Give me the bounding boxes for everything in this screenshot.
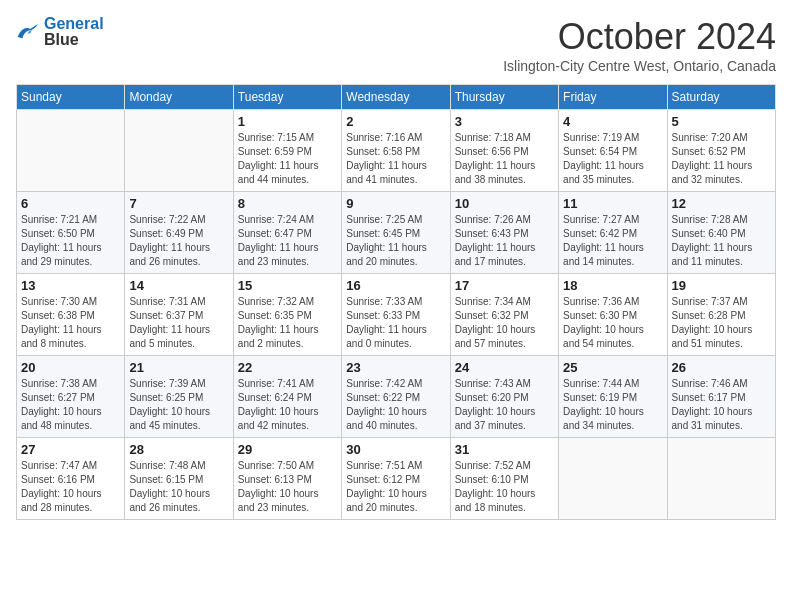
day-number: 27 xyxy=(21,442,120,457)
calendar-cell: 28Sunrise: 7:48 AM Sunset: 6:15 PM Dayli… xyxy=(125,438,233,520)
calendar-cell: 24Sunrise: 7:43 AM Sunset: 6:20 PM Dayli… xyxy=(450,356,558,438)
day-detail: Sunrise: 7:16 AM Sunset: 6:58 PM Dayligh… xyxy=(346,131,445,187)
day-detail: Sunrise: 7:21 AM Sunset: 6:50 PM Dayligh… xyxy=(21,213,120,269)
day-detail: Sunrise: 7:26 AM Sunset: 6:43 PM Dayligh… xyxy=(455,213,554,269)
day-number: 5 xyxy=(672,114,771,129)
day-number: 29 xyxy=(238,442,337,457)
day-number: 21 xyxy=(129,360,228,375)
calendar-cell: 23Sunrise: 7:42 AM Sunset: 6:22 PM Dayli… xyxy=(342,356,450,438)
weekday-header: Wednesday xyxy=(342,85,450,110)
calendar-cell: 12Sunrise: 7:28 AM Sunset: 6:40 PM Dayli… xyxy=(667,192,775,274)
day-detail: Sunrise: 7:27 AM Sunset: 6:42 PM Dayligh… xyxy=(563,213,662,269)
calendar-cell: 1Sunrise: 7:15 AM Sunset: 6:59 PM Daylig… xyxy=(233,110,341,192)
calendar-cell: 31Sunrise: 7:52 AM Sunset: 6:10 PM Dayli… xyxy=(450,438,558,520)
day-number: 18 xyxy=(563,278,662,293)
calendar-cell: 5Sunrise: 7:20 AM Sunset: 6:52 PM Daylig… xyxy=(667,110,775,192)
calendar-cell: 7Sunrise: 7:22 AM Sunset: 6:49 PM Daylig… xyxy=(125,192,233,274)
day-detail: Sunrise: 7:36 AM Sunset: 6:30 PM Dayligh… xyxy=(563,295,662,351)
day-number: 11 xyxy=(563,196,662,211)
weekday-header: Thursday xyxy=(450,85,558,110)
day-number: 30 xyxy=(346,442,445,457)
day-number: 8 xyxy=(238,196,337,211)
logo: General Blue xyxy=(16,16,104,48)
page-header: General Blue October 2024 Islington-City… xyxy=(16,16,776,74)
calendar-cell: 6Sunrise: 7:21 AM Sunset: 6:50 PM Daylig… xyxy=(17,192,125,274)
day-detail: Sunrise: 7:34 AM Sunset: 6:32 PM Dayligh… xyxy=(455,295,554,351)
calendar-week-row: 6Sunrise: 7:21 AM Sunset: 6:50 PM Daylig… xyxy=(17,192,776,274)
day-number: 31 xyxy=(455,442,554,457)
calendar-cell: 17Sunrise: 7:34 AM Sunset: 6:32 PM Dayli… xyxy=(450,274,558,356)
calendar-cell: 14Sunrise: 7:31 AM Sunset: 6:37 PM Dayli… xyxy=(125,274,233,356)
day-number: 14 xyxy=(129,278,228,293)
day-number: 17 xyxy=(455,278,554,293)
day-number: 12 xyxy=(672,196,771,211)
day-detail: Sunrise: 7:46 AM Sunset: 6:17 PM Dayligh… xyxy=(672,377,771,433)
day-detail: Sunrise: 7:42 AM Sunset: 6:22 PM Dayligh… xyxy=(346,377,445,433)
calendar-cell: 25Sunrise: 7:44 AM Sunset: 6:19 PM Dayli… xyxy=(559,356,667,438)
calendar-cell: 20Sunrise: 7:38 AM Sunset: 6:27 PM Dayli… xyxy=(17,356,125,438)
day-number: 20 xyxy=(21,360,120,375)
calendar-cell xyxy=(125,110,233,192)
calendar-cell: 4Sunrise: 7:19 AM Sunset: 6:54 PM Daylig… xyxy=(559,110,667,192)
day-detail: Sunrise: 7:25 AM Sunset: 6:45 PM Dayligh… xyxy=(346,213,445,269)
day-detail: Sunrise: 7:50 AM Sunset: 6:13 PM Dayligh… xyxy=(238,459,337,515)
day-detail: Sunrise: 7:18 AM Sunset: 6:56 PM Dayligh… xyxy=(455,131,554,187)
calendar-cell: 8Sunrise: 7:24 AM Sunset: 6:47 PM Daylig… xyxy=(233,192,341,274)
calendar-cell xyxy=(17,110,125,192)
calendar-cell: 3Sunrise: 7:18 AM Sunset: 6:56 PM Daylig… xyxy=(450,110,558,192)
day-detail: Sunrise: 7:52 AM Sunset: 6:10 PM Dayligh… xyxy=(455,459,554,515)
day-detail: Sunrise: 7:37 AM Sunset: 6:28 PM Dayligh… xyxy=(672,295,771,351)
calendar-cell: 22Sunrise: 7:41 AM Sunset: 6:24 PM Dayli… xyxy=(233,356,341,438)
calendar-cell: 19Sunrise: 7:37 AM Sunset: 6:28 PM Dayli… xyxy=(667,274,775,356)
day-detail: Sunrise: 7:19 AM Sunset: 6:54 PM Dayligh… xyxy=(563,131,662,187)
day-number: 25 xyxy=(563,360,662,375)
calendar-week-row: 1Sunrise: 7:15 AM Sunset: 6:59 PM Daylig… xyxy=(17,110,776,192)
day-number: 19 xyxy=(672,278,771,293)
day-number: 9 xyxy=(346,196,445,211)
day-detail: Sunrise: 7:39 AM Sunset: 6:25 PM Dayligh… xyxy=(129,377,228,433)
day-number: 24 xyxy=(455,360,554,375)
calendar-cell: 15Sunrise: 7:32 AM Sunset: 6:35 PM Dayli… xyxy=(233,274,341,356)
day-number: 15 xyxy=(238,278,337,293)
weekday-header-row: SundayMondayTuesdayWednesdayThursdayFrid… xyxy=(17,85,776,110)
day-number: 13 xyxy=(21,278,120,293)
day-detail: Sunrise: 7:15 AM Sunset: 6:59 PM Dayligh… xyxy=(238,131,337,187)
calendar-cell: 18Sunrise: 7:36 AM Sunset: 6:30 PM Dayli… xyxy=(559,274,667,356)
day-detail: Sunrise: 7:47 AM Sunset: 6:16 PM Dayligh… xyxy=(21,459,120,515)
calendar-week-row: 20Sunrise: 7:38 AM Sunset: 6:27 PM Dayli… xyxy=(17,356,776,438)
weekday-header: Saturday xyxy=(667,85,775,110)
day-number: 3 xyxy=(455,114,554,129)
day-detail: Sunrise: 7:30 AM Sunset: 6:38 PM Dayligh… xyxy=(21,295,120,351)
day-number: 4 xyxy=(563,114,662,129)
day-detail: Sunrise: 7:38 AM Sunset: 6:27 PM Dayligh… xyxy=(21,377,120,433)
location-subtitle: Islington-City Centre West, Ontario, Can… xyxy=(503,58,776,74)
day-detail: Sunrise: 7:51 AM Sunset: 6:12 PM Dayligh… xyxy=(346,459,445,515)
day-number: 10 xyxy=(455,196,554,211)
calendar-cell: 21Sunrise: 7:39 AM Sunset: 6:25 PM Dayli… xyxy=(125,356,233,438)
calendar-week-row: 27Sunrise: 7:47 AM Sunset: 6:16 PM Dayli… xyxy=(17,438,776,520)
day-number: 1 xyxy=(238,114,337,129)
calendar-cell: 30Sunrise: 7:51 AM Sunset: 6:12 PM Dayli… xyxy=(342,438,450,520)
day-detail: Sunrise: 7:24 AM Sunset: 6:47 PM Dayligh… xyxy=(238,213,337,269)
day-detail: Sunrise: 7:44 AM Sunset: 6:19 PM Dayligh… xyxy=(563,377,662,433)
day-detail: Sunrise: 7:33 AM Sunset: 6:33 PM Dayligh… xyxy=(346,295,445,351)
calendar-cell: 10Sunrise: 7:26 AM Sunset: 6:43 PM Dayli… xyxy=(450,192,558,274)
day-detail: Sunrise: 7:20 AM Sunset: 6:52 PM Dayligh… xyxy=(672,131,771,187)
calendar-cell: 11Sunrise: 7:27 AM Sunset: 6:42 PM Dayli… xyxy=(559,192,667,274)
day-detail: Sunrise: 7:43 AM Sunset: 6:20 PM Dayligh… xyxy=(455,377,554,433)
calendar-week-row: 13Sunrise: 7:30 AM Sunset: 6:38 PM Dayli… xyxy=(17,274,776,356)
day-number: 28 xyxy=(129,442,228,457)
calendar-table: SundayMondayTuesdayWednesdayThursdayFrid… xyxy=(16,84,776,520)
logo-icon xyxy=(16,22,40,42)
day-detail: Sunrise: 7:41 AM Sunset: 6:24 PM Dayligh… xyxy=(238,377,337,433)
calendar-cell: 26Sunrise: 7:46 AM Sunset: 6:17 PM Dayli… xyxy=(667,356,775,438)
calendar-cell: 13Sunrise: 7:30 AM Sunset: 6:38 PM Dayli… xyxy=(17,274,125,356)
day-detail: Sunrise: 7:31 AM Sunset: 6:37 PM Dayligh… xyxy=(129,295,228,351)
weekday-header: Friday xyxy=(559,85,667,110)
calendar-cell: 16Sunrise: 7:33 AM Sunset: 6:33 PM Dayli… xyxy=(342,274,450,356)
day-number: 26 xyxy=(672,360,771,375)
calendar-cell xyxy=(559,438,667,520)
calendar-cell: 27Sunrise: 7:47 AM Sunset: 6:16 PM Dayli… xyxy=(17,438,125,520)
day-detail: Sunrise: 7:28 AM Sunset: 6:40 PM Dayligh… xyxy=(672,213,771,269)
day-number: 6 xyxy=(21,196,120,211)
